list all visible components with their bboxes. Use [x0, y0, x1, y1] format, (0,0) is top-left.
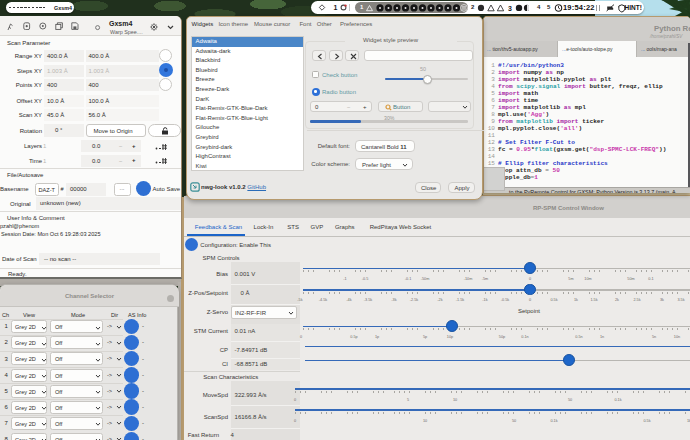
svg-text:1: 1 [334, 4, 338, 11]
svg-text:3: 3 [508, 4, 512, 11]
